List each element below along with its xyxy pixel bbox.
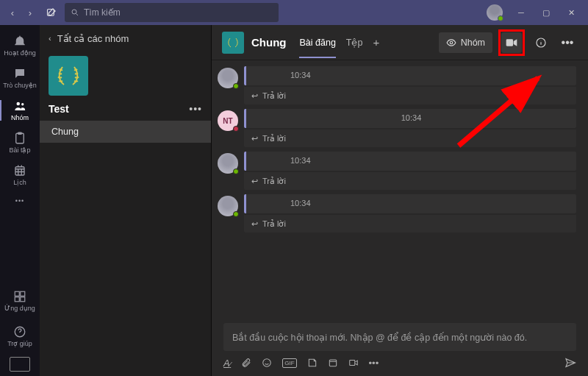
rail-label: Lịch — [13, 179, 26, 186]
message-card[interactable]: 10:34 — [244, 152, 576, 171]
message-avatar[interactable]: NT — [218, 110, 238, 131]
message-card[interactable]: 10:34 — [244, 66, 576, 85]
channel-view: Chung Bài đăng Tệp + Nhóm — [212, 25, 588, 376]
rail-apps[interactable]: Ứng dụng — [0, 285, 40, 317]
svg-rect-13 — [506, 39, 513, 46]
channel-info-button[interactable] — [531, 32, 551, 53]
reply-button[interactable]: ↩Trả lời — [244, 172, 576, 190]
team-panel: ‹ Tất cả các nhóm Test ••• Chung — [40, 25, 212, 376]
svg-rect-7 — [15, 291, 19, 296]
rail-chat[interactable]: Trò chuyện — [0, 62, 40, 94]
sticker-icon[interactable] — [307, 358, 318, 368]
message-time: 10:34 — [290, 156, 311, 165]
message-avatar[interactable] — [218, 153, 238, 174]
channel-avatar — [222, 32, 244, 54]
message: 10:34↩Trả lời — [218, 152, 576, 190]
send-button[interactable] — [564, 357, 576, 369]
svg-rect-17 — [349, 361, 354, 366]
rail-assignments[interactable]: Bài tập — [0, 127, 40, 159]
message-feed: 10:34↩Trả lờiNT10:34↩Trả lời10:34↩Trả lờ… — [212, 60, 588, 317]
rail-download-button[interactable] — [10, 357, 30, 372]
reply-button[interactable]: ↩Trả lời — [244, 215, 576, 233]
user-avatar[interactable] — [487, 4, 503, 21]
new-conversation-button[interactable] — [41, 3, 60, 22]
more-compose-icon[interactable]: ••• — [369, 358, 379, 369]
message-card[interactable]: 10:34 — [244, 194, 576, 213]
emoji-icon[interactable] — [262, 358, 272, 368]
channel-header: Chung Bài đăng Tệp + Nhóm — [212, 25, 588, 60]
rail-more[interactable]: ••• — [0, 191, 40, 210]
format-icon[interactable]: A⁄ — [223, 358, 231, 369]
team-avatar[interactable] — [49, 56, 88, 96]
rail-label: Trò chuyện — [3, 82, 37, 89]
rail-label: Trợ giúp — [7, 340, 32, 347]
composer: Bắt đầu cuộc hội thoại mới. Nhập @ để đề… — [212, 317, 588, 376]
svg-point-2 — [17, 102, 21, 106]
history-forward-button[interactable]: › — [22, 4, 38, 21]
rail-label: Ứng dụng — [4, 305, 35, 312]
rail-label: Bài tập — [9, 146, 30, 154]
message-time: 10:34 — [290, 199, 311, 207]
stream-icon[interactable] — [348, 358, 359, 368]
svg-rect-10 — [21, 297, 25, 302]
svg-point-1 — [72, 10, 76, 14]
team-name: Test — [49, 103, 69, 115]
svg-point-3 — [21, 103, 24, 105]
composer-input[interactable]: Bắt đầu cuộc hội thoại mới. Nhập @ để đề… — [223, 323, 576, 351]
message: 10:34↩Trả lời — [218, 194, 576, 233]
rail-calendar[interactable]: Lịch — [0, 159, 40, 191]
rail-activity[interactable]: Hoạt động — [0, 29, 40, 62]
svg-rect-9 — [15, 297, 19, 302]
svg-rect-8 — [21, 291, 25, 296]
channel-label: Chung — [51, 127, 79, 137]
window-minimize-button[interactable]: ─ — [509, 0, 534, 25]
channel-name: Chung — [251, 36, 286, 49]
message-avatar[interactable] — [218, 68, 238, 88]
window-maximize-button[interactable]: ▢ — [534, 0, 559, 25]
rail-label: Hoạt động — [4, 49, 36, 57]
app-rail: Hoạt động Trò chuyện Nhóm Bài tập Lịch •… — [0, 25, 40, 376]
message-time: 10:34 — [290, 71, 311, 79]
tab-posts[interactable]: Bài đăng — [299, 27, 335, 58]
window-close-button[interactable]: ✕ — [559, 0, 584, 25]
message-card[interactable]: 10:34 — [244, 109, 576, 128]
rail-help[interactable]: Trợ giúp — [0, 320, 40, 352]
rail-teams[interactable]: Nhóm — [0, 94, 40, 127]
composer-placeholder: Bắt đầu cuộc hội thoại mới. Nhập @ để đề… — [232, 332, 527, 343]
chevron-left-icon: ‹ — [49, 34, 51, 43]
gif-icon[interactable]: GIF — [282, 358, 296, 368]
message: NT10:34↩Trả lời — [218, 109, 576, 147]
title-bar: ‹ › Tìm kiếm ─ ▢ ✕ — [0, 0, 588, 25]
reply-button[interactable]: ↩Trả lời — [244, 130, 576, 147]
svg-rect-4 — [16, 133, 24, 143]
svg-rect-6 — [15, 167, 24, 175]
channel-general[interactable]: Chung — [40, 121, 211, 143]
svg-point-12 — [450, 41, 453, 44]
schedule-icon[interactable] — [328, 358, 338, 368]
message: 10:34↩Trả lời — [218, 66, 576, 104]
attach-icon[interactable] — [241, 358, 251, 368]
tab-add-button[interactable]: + — [373, 36, 379, 49]
meet-now-button[interactable] — [501, 32, 522, 53]
message-avatar[interactable] — [218, 196, 238, 216]
svg-rect-5 — [18, 132, 22, 134]
highlight-box — [498, 29, 525, 56]
search-placeholder: Tìm kiếm — [84, 7, 121, 18]
rail-label: Nhóm — [11, 114, 29, 121]
team-more-button[interactable]: ••• — [189, 103, 202, 115]
reply-button[interactable]: ↩Trả lời — [244, 87, 576, 104]
team-visibility-button[interactable]: Nhóm — [439, 32, 492, 53]
channel-more-button[interactable]: ••• — [557, 32, 578, 53]
svg-rect-16 — [329, 360, 336, 366]
svg-point-15 — [263, 359, 271, 367]
message-time: 10:34 — [401, 113, 422, 122]
tab-files[interactable]: Tệp — [346, 26, 363, 58]
history-back-button[interactable]: ‹ — [4, 4, 21, 21]
search-input[interactable]: Tìm kiếm — [65, 3, 279, 22]
all-teams-back[interactable]: ‹ Tất cả các nhóm — [40, 25, 211, 52]
all-teams-label: Tất cả các nhóm — [57, 33, 129, 44]
